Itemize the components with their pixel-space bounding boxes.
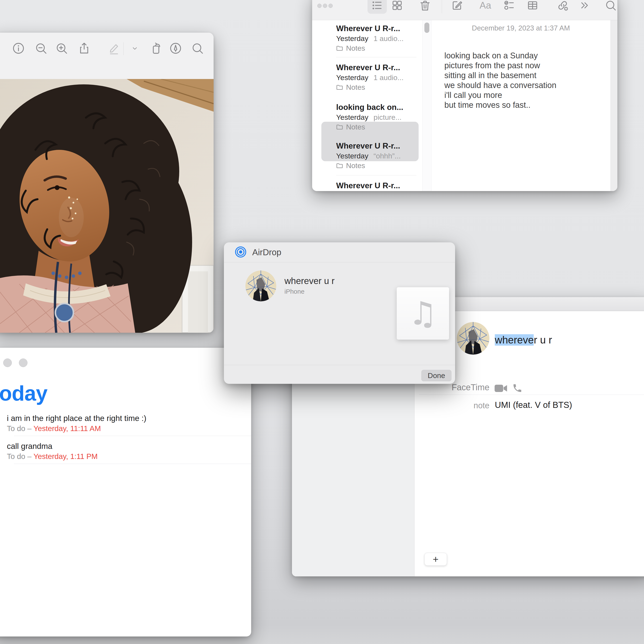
minimize-button[interactable]: [3, 358, 12, 367]
sidebar-scrollbar-thumb[interactable]: [424, 23, 429, 33]
toolbar-divider: [123, 42, 124, 55]
add-contact-button[interactable]: +: [424, 553, 447, 566]
search-icon[interactable]: [190, 41, 205, 55]
notes-sidebar: Wherever U R-r... Yesterday1 audio... No…: [312, 20, 422, 191]
airdrop-header: AirDrop: [224, 242, 455, 262]
zoom-in-icon[interactable]: [55, 41, 69, 55]
search-icon[interactable]: [603, 0, 617, 13]
note-text-line: we should have a conversation: [444, 81, 556, 90]
facetime-label: FaceTime: [425, 383, 489, 392]
note-text-line: i'll call you more: [444, 91, 502, 100]
notes-window: Aa Wherever U R-r... Yesterday1 audio...…: [312, 0, 617, 191]
zoom-out-icon[interactable]: [34, 41, 48, 55]
compose-icon[interactable]: [449, 0, 465, 13]
folder-icon: [336, 124, 343, 130]
airdrop-contact-name: wherever u r: [284, 276, 334, 286]
toolbar-divider: [442, 0, 442, 13]
photo-toolbar: UMI ft V of BTS: [0, 33, 214, 79]
note-text-line: looking back on a Sunday: [444, 51, 538, 60]
airdrop-icon: [234, 246, 247, 260]
trash-icon[interactable]: [417, 0, 433, 13]
more-chevrons-icon[interactable]: [577, 0, 592, 13]
photo-image: [0, 79, 214, 333]
shared-file-thumbnail[interactable]: ♫: [397, 287, 449, 340]
minimize-button[interactable]: [323, 4, 327, 8]
table-icon[interactable]: [525, 0, 540, 13]
markup-pencil-icon[interactable]: [107, 41, 121, 55]
music-note-icon: ♫: [409, 295, 437, 332]
note-scrollbar-gutter: [610, 20, 617, 191]
notes-toolbar: Aa: [312, 0, 617, 20]
reminders-list-title: oday: [0, 381, 47, 406]
grid-view-icon[interactable]: [389, 0, 405, 13]
airdrop-contact-avatar[interactable]: [245, 270, 276, 301]
folder-icon: [336, 85, 343, 90]
annotate-pen-icon[interactable]: [169, 41, 183, 55]
info-icon[interactable]: [11, 41, 26, 55]
contact-avatar: [457, 322, 489, 355]
note-date-heading: December 19, 2023 at 1:37 AM: [431, 24, 610, 32]
note-field-label: note: [425, 401, 489, 410]
text-selection: whereve: [495, 334, 534, 346]
reminders-window: oday i am in the right place at the righ…: [0, 348, 251, 636]
folder-icon: [336, 46, 343, 51]
phone-icon[interactable]: [512, 383, 522, 394]
done-button[interactable]: Done: [421, 370, 451, 381]
add-link-icon[interactable]: [555, 0, 570, 13]
close-button[interactable]: [317, 4, 322, 8]
list-view-icon[interactable]: [369, 0, 385, 13]
zoom-button[interactable]: [19, 358, 27, 367]
rotate-icon[interactable]: [149, 41, 163, 55]
contact-name[interactable]: wherever u r: [495, 334, 552, 346]
sidebar-scrollbar-track[interactable]: [422, 20, 431, 191]
note-text-line: pictures from the past now: [444, 61, 540, 70]
note-text-line: but time moves so fast..: [444, 100, 530, 110]
note-text-line: sitting all in the basement: [444, 71, 536, 80]
checklist-icon[interactable]: [501, 0, 517, 13]
airdrop-contact-device: iPhone: [284, 288, 304, 295]
note-editor[interactable]: December 19, 2023 at 1:37 AM looking bac…: [431, 20, 610, 191]
reminder-date: Yesterday, 1:11 PM: [33, 452, 98, 460]
photo-viewer-window: UMI ft V of BTS: [0, 33, 214, 333]
reminder-status: To do: [7, 424, 25, 433]
zoom-button[interactable]: [328, 4, 333, 8]
video-camera-icon[interactable]: [495, 384, 508, 394]
note-field-value[interactable]: UMI (feat. V of BTS): [495, 400, 572, 410]
reminder-date: Yesterday, 11:11 AM: [33, 424, 101, 433]
airdrop-dialog: AirDrop wherever u r iPhone ♫ Done: [224, 242, 455, 384]
share-icon[interactable]: [77, 41, 91, 55]
folder-icon: [336, 163, 343, 169]
format-icon[interactable]: Aa: [478, 0, 493, 13]
reminder-status: To do: [7, 452, 25, 460]
chevron-down-icon[interactable]: [128, 41, 142, 55]
airdrop-title: AirDrop: [252, 248, 281, 257]
